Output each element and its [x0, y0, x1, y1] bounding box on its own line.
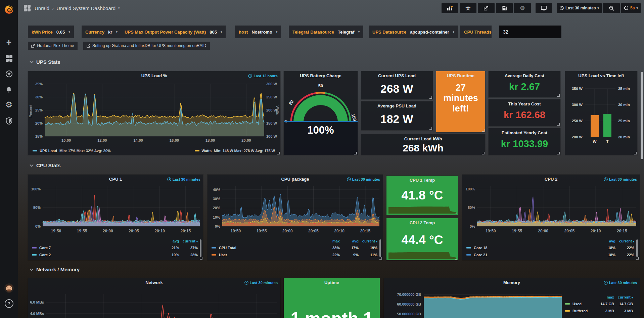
panel-title[interactable]: UPS Runtime [446, 73, 475, 78]
cpu-threads-input[interactable] [499, 26, 561, 38]
time-range-picker[interactable]: Last 30 minutes ▾ [557, 3, 602, 13]
alerting-bell-icon[interactable] [0, 83, 18, 96]
star-dashboard-button[interactable]: ☆ [460, 3, 476, 13]
svg-text:20: 20 [288, 99, 295, 106]
panel-title[interactable]: Current UPS Load [371, 73, 423, 78]
refresh-picker[interactable]: 5s ▾ [621, 3, 641, 13]
legend-scrollbar[interactable] [636, 239, 638, 257]
stat-value: 41.8 °C [386, 188, 458, 202]
variable-currency[interactable]: Currencykr▾ [82, 26, 121, 38]
sidebar: + ⚙ ? [0, 0, 18, 318]
ups-load-chart[interactable]: 35%300 W30%250 W25%200 W20%150 W15%100 W… [28, 79, 280, 145]
caret-down-icon: ▾ [276, 30, 278, 34]
legend-scrollbar[interactable] [379, 239, 381, 257]
variable-ups-datasource[interactable]: UPS Datasourceapcupsd-container▾ [369, 26, 458, 38]
svg-text:200 W: 200 W [266, 108, 277, 112]
temp-sparkline [388, 205, 456, 214]
server-admin-shield-icon[interactable] [0, 114, 18, 128]
panel-cpu-package: CPU package Last 30 minutes 40%30%20%10%… [208, 175, 383, 260]
panel-title[interactable]: UPS Load % [38, 73, 270, 78]
variable-telegraf-datasource[interactable]: Telegraf DatasourceTelegraf▾ [289, 26, 363, 38]
ups-bar-chart[interactable]: 350 W35 min300 W30 min250 W25 min200 W20… [565, 79, 637, 153]
panel-title[interactable]: Memory [394, 280, 630, 285]
panel-time-range[interactable]: Last 30 minutes [604, 177, 637, 181]
cpu-package-legend[interactable]: maxavgcurrent ▾CPU Total38%17%19%User22%… [212, 238, 377, 258]
panel-time-range[interactable]: Last 30 minutes [167, 177, 200, 181]
network-chart[interactable]: 6.0 MBs4.0 MBs2.0 MBs [28, 286, 280, 318]
cycle-view-mode-button[interactable] [536, 3, 552, 13]
user-avatar[interactable] [0, 281, 18, 295]
panel-time-range[interactable]: Last 30 minutes [347, 177, 380, 181]
caret-down-icon: ▾ [221, 30, 222, 34]
panel-title[interactable]: UPS Load vs Time left [575, 73, 627, 78]
cpu2-chart[interactable]: 100%50%0%19:5019:5520:0020:0520:1020:15 [462, 182, 640, 237]
link-grafana-plex-theme[interactable]: Grafana Plex Theme [28, 42, 78, 50]
cpu1-chart[interactable]: 100%50%0%19:5019:5520:0020:0520:1020:15 [28, 182, 203, 237]
svg-text:30 min: 30 min [618, 103, 630, 107]
breadcrumb-app[interactable]: Unraid [35, 5, 49, 11]
variable-ups-max-power[interactable]: UPS Max Output Power Capacity (Watt)865▾ [121, 26, 226, 38]
svg-text:100%: 100% [466, 187, 475, 191]
add-panel-button[interactable] [442, 3, 458, 13]
panel-title[interactable]: CPU 1 Temp [397, 178, 448, 183]
panel-title[interactable]: UPS Battery Charge [294, 73, 348, 78]
configuration-gear-icon[interactable]: ⚙ [0, 98, 18, 111]
svg-text:250 W: 250 W [266, 95, 277, 99]
panel-title[interactable]: Average PSU Load [371, 103, 423, 108]
panel-uptime: Uptime 1 month 1 [284, 278, 380, 318]
variable-host[interactable]: hostNostromo▾ [235, 26, 281, 38]
panel-ups-load-vs-time-left: UPS Load vs Time left 350 W35 min300 W30… [565, 71, 637, 155]
create-icon[interactable]: + [0, 36, 18, 49]
caret-down-icon: ▾ [68, 30, 70, 34]
panel-title[interactable]: Average Daily Cost [499, 73, 550, 78]
save-dashboard-button[interactable] [496, 3, 513, 13]
grafana-logo-icon[interactable] [0, 2, 18, 17]
panel-title[interactable]: Estimated Yearly Cost [499, 130, 550, 135]
dashboard-settings-button[interactable]: ⚙ [514, 3, 531, 13]
svg-text:40%: 40% [213, 188, 220, 192]
cpu1-legend[interactable]: avgcurrent ▾Core 721%37%Core 219%28% [32, 238, 198, 258]
external-link-icon [31, 44, 35, 48]
svg-text:150 W: 150 W [266, 121, 277, 125]
svg-text:35%: 35% [35, 82, 43, 86]
stat-value: kr 1033.99 [489, 138, 560, 149]
zoom-out-time-button[interactable] [603, 3, 620, 13]
svg-text:15%: 15% [35, 134, 43, 138]
panel-title[interactable]: CPU 2 Temp [397, 220, 448, 225]
link-ups-monitoring-guide[interactable]: Setting up Grafana and InfluxDB for UPS … [83, 42, 210, 50]
help-icon[interactable]: ? [0, 297, 18, 310]
cpu-package-chart[interactable]: 40%30%20%10%0%19:5019:5520:0020:0520:102… [208, 182, 383, 237]
panel-title[interactable]: Uptime [294, 280, 370, 285]
section-cpu-stats[interactable]: CPU Stats [30, 163, 61, 168]
panel-title[interactable]: Current Load kWh [371, 136, 475, 141]
caret-down-icon[interactable]: ▾ [118, 6, 120, 10]
explore-compass-icon[interactable] [0, 67, 18, 81]
panel-ups-battery-charge: UPS Battery Charge 50200100 100% [284, 71, 358, 155]
page-title[interactable]: Unraid System Dashboard [56, 5, 116, 11]
chevron-down-icon [30, 61, 34, 63]
section-network-memory[interactable]: Network / Memory [30, 267, 80, 272]
panel-estimated-yearly-cost: Estimated Yearly Cost kr 1033.99 [489, 128, 560, 155]
panel-time-range[interactable]: Last 30 minutes [604, 281, 637, 285]
svg-text:20:15: 20:15 [360, 229, 371, 233]
memory-chart[interactable]: 70.000000 GB60.000000 GB50.000000 GB [384, 286, 562, 318]
panel-title[interactable]: Network [38, 280, 270, 285]
panel-title[interactable]: This Years Cost [499, 101, 550, 106]
svg-text:T: T [606, 139, 609, 144]
caret-down-icon: ▾ [598, 6, 599, 10]
variable-kwh-price[interactable]: kWh Price0.65▾ [28, 26, 74, 38]
svg-text:20:00: 20:00 [103, 229, 113, 233]
legend-ups-load[interactable]: UPS Load [40, 149, 57, 153]
section-ups-stats[interactable]: UPS Stats [30, 59, 60, 65]
legend-watts[interactable]: Watts [202, 149, 212, 153]
svg-text:W: W [593, 139, 597, 144]
dashboards-icon[interactable] [0, 52, 18, 65]
page-scrollbar[interactable] [641, 72, 643, 159]
legend-scrollbar[interactable] [200, 239, 201, 257]
svg-text:0%: 0% [470, 224, 475, 228]
panel-time-range[interactable]: Last 12 hours [248, 74, 278, 78]
share-dashboard-button[interactable] [478, 3, 495, 13]
memory-legend[interactable]: maxcurrent ▾Used14.7 GB14.7 GBBuffered3 … [565, 294, 633, 314]
cpu2-legend[interactable]: avgcurrent ▾Core 1818%22%Core 2118%22% [466, 238, 634, 258]
panel-time-range[interactable]: Last 30 minutes [244, 281, 278, 285]
